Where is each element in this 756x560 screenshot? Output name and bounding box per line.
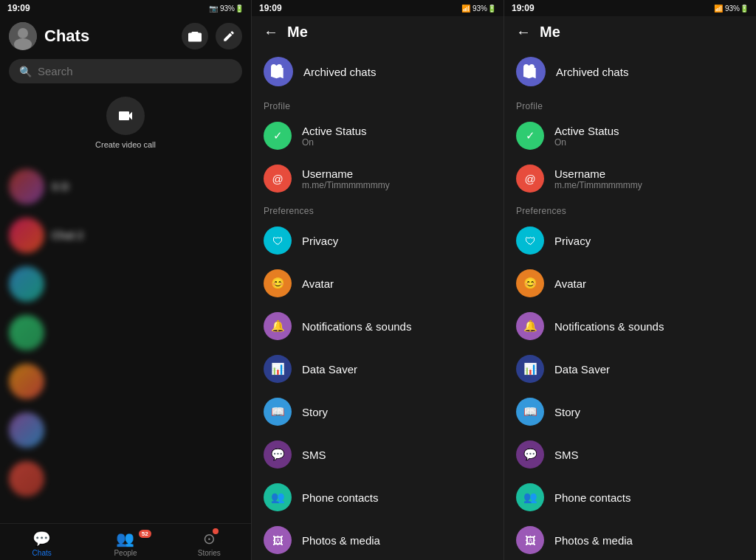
sms-icon-left: 💬 <box>264 440 292 469</box>
stories-nav-label: Stories <box>198 549 221 557</box>
profile-section-label-right: Profile <box>504 95 756 114</box>
user-avatar[interactable] <box>9 22 37 50</box>
search-icon: 🔍 <box>19 66 32 77</box>
active-status-icon-left: ✓ <box>264 122 292 150</box>
username-icon-left: @ <box>264 165 292 193</box>
archived-chats-item[interactable]: Archived chats <box>252 48 504 95</box>
status-icons-me-right: 📶 93%🔋 <box>714 4 749 13</box>
archived-icon <box>264 57 293 86</box>
bottom-nav: 💬 Chats 52 👥 People ⊙ Stories <box>0 523 251 560</box>
back-arrow-left[interactable]: ← <box>264 24 278 41</box>
active-status-item-right[interactable]: ✓ Active Status On <box>504 114 756 157</box>
chat-item[interactable] <box>0 407 251 454</box>
me-header-left: ← Me <box>252 16 504 48</box>
camera-button[interactable] <box>182 23 208 49</box>
prefs-section-label-left: Preferences <box>252 200 504 219</box>
chat-item[interactable] <box>0 260 251 308</box>
active-status-item-left[interactable]: ✓ Active Status On <box>252 114 504 157</box>
video-call-icon <box>106 97 145 135</box>
photosmedia-item-right[interactable]: 🖼 Photos & media <box>504 519 756 560</box>
chats-header: Chats <box>0 16 251 56</box>
sms-item-left[interactable]: 💬 SMS <box>252 433 504 476</box>
privacy-icon-left: 🛡 <box>264 227 292 255</box>
username-item-right[interactable]: @ Username m.me/Timmmmmmmy <box>504 157 756 200</box>
avatar-item-left[interactable]: 😊 Avatar <box>252 262 504 305</box>
stories-dot <box>213 528 219 534</box>
datasaver-item-right[interactable]: 📊 Data Saver <box>504 348 756 390</box>
time-me-left: 19:09 <box>259 3 282 13</box>
me-title-left: Me <box>287 24 308 41</box>
story-name-left: Story <box>302 406 492 418</box>
photosmedia-item-left[interactable]: 🖼 Photos & media <box>252 519 504 560</box>
username-sub-right: m.me/Timmmmmmmy <box>554 180 744 190</box>
username-text-left: Username m.me/Timmmmmmmy <box>302 167 492 190</box>
notifications-name-right: Notifications & sounds <box>554 320 744 333</box>
datasaver-item-left[interactable]: 📊 Data Saver <box>252 348 504 390</box>
chat-item[interactable] <box>0 309 251 356</box>
status-icons-chats: 📷 93%🔋 <box>209 4 244 13</box>
privacy-item-right[interactable]: 🛡 Privacy <box>504 219 756 262</box>
avatar-item-right[interactable]: 😊 Avatar <box>504 262 756 305</box>
back-arrow-right[interactable]: ← <box>516 24 531 41</box>
nav-chats[interactable]: 💬 Chats <box>0 530 83 557</box>
archived-chats-item-right[interactable]: Archived chats <box>504 48 756 95</box>
search-bar[interactable]: 🔍 <box>9 59 242 83</box>
me-content-right: Archived chats Profile ✓ Active Status O… <box>504 48 756 560</box>
avatar-icon-left: 😊 <box>264 269 292 297</box>
photosmedia-icon-right: 🖼 <box>516 526 544 554</box>
chats-nav-label: Chats <box>32 549 52 557</box>
notifications-icon-left: 🔔 <box>264 312 292 340</box>
privacy-item-left[interactable]: 🛡 Privacy <box>252 219 504 262</box>
me-title-right: Me <box>540 24 560 41</box>
search-input[interactable] <box>38 65 232 77</box>
chats-panel: 19:09 📷 93%🔋 Chats 🔍 Create video call <box>0 0 251 560</box>
nav-stories[interactable]: ⊙ Stories <box>168 530 251 557</box>
story-icon-left: 📖 <box>264 398 292 426</box>
svg-point-2 <box>14 38 32 50</box>
chat-item[interactable]: S D <box>0 163 251 210</box>
create-video-call-button[interactable]: Create video call <box>0 89 251 157</box>
photosmedia-icon-left: 🖼 <box>264 526 292 554</box>
people-badge: 52 <box>139 530 151 538</box>
phonecontacts-item-right[interactable]: 👥 Phone contacts <box>504 476 756 519</box>
people-nav-label: People <box>114 549 137 557</box>
chat-item[interactable] <box>0 455 251 502</box>
notifications-name-left: Notifications & sounds <box>302 320 492 333</box>
sms-name-right: SMS <box>554 449 744 461</box>
people-nav-icon: 👥 <box>116 530 134 547</box>
privacy-name-left: Privacy <box>302 235 492 247</box>
notifications-item-right[interactable]: 🔔 Notifications & sounds <box>504 305 756 348</box>
notifications-item-left[interactable]: 🔔 Notifications & sounds <box>252 305 504 348</box>
active-status-text-left: Active Status On <box>302 125 492 148</box>
sms-item-right[interactable]: 💬 SMS <box>504 433 756 476</box>
avatar-name-left: Avatar <box>302 277 492 290</box>
username-name-right: Username <box>554 167 744 180</box>
me-content-left: Archived chats Profile ✓ Active Status O… <box>252 48 504 560</box>
create-video-label: Create video call <box>95 139 156 150</box>
chat-list: S D Chat 2 <box>0 157 251 523</box>
time-me-right: 19:09 <box>512 3 535 13</box>
sms-icon-right: 💬 <box>516 440 544 469</box>
username-name-left: Username <box>302 167 492 180</box>
username-item-left[interactable]: @ Username m.me/Timmmmmmmy <box>252 157 504 200</box>
chat-item[interactable]: Chat 2 <box>0 212 251 259</box>
notifications-icon-right: 🔔 <box>516 312 544 340</box>
avatar-icon-right: 😊 <box>516 269 544 297</box>
nav-people[interactable]: 52 👥 People <box>83 530 167 557</box>
me-panel-right: 19:09 📶 93%🔋 ← Me Archived chats Profile… <box>504 0 756 560</box>
active-status-name-left: Active Status <box>302 125 492 137</box>
status-icons-me-left: 📶 93%🔋 <box>461 4 496 13</box>
phonecontacts-name-left: Phone contacts <box>302 491 492 504</box>
chat-item[interactable] <box>0 358 251 405</box>
active-status-sub-right: On <box>554 137 744 148</box>
time-chats: 19:09 <box>7 3 30 13</box>
phonecontacts-item-left[interactable]: 👥 Phone contacts <box>252 476 504 519</box>
story-item-right[interactable]: 📖 Story <box>504 390 756 433</box>
me-header-right: ← Me <box>504 16 756 48</box>
phonecontacts-icon-right: 👥 <box>516 483 544 511</box>
story-name-right: Story <box>554 406 744 418</box>
story-item-left[interactable]: 📖 Story <box>252 390 504 433</box>
status-bar-chats: 19:09 📷 93%🔋 <box>0 0 251 16</box>
me-panel-left: 19:09 📶 93%🔋 ← Me Archived chats Profile… <box>251 0 504 560</box>
compose-button[interactable] <box>216 23 242 49</box>
